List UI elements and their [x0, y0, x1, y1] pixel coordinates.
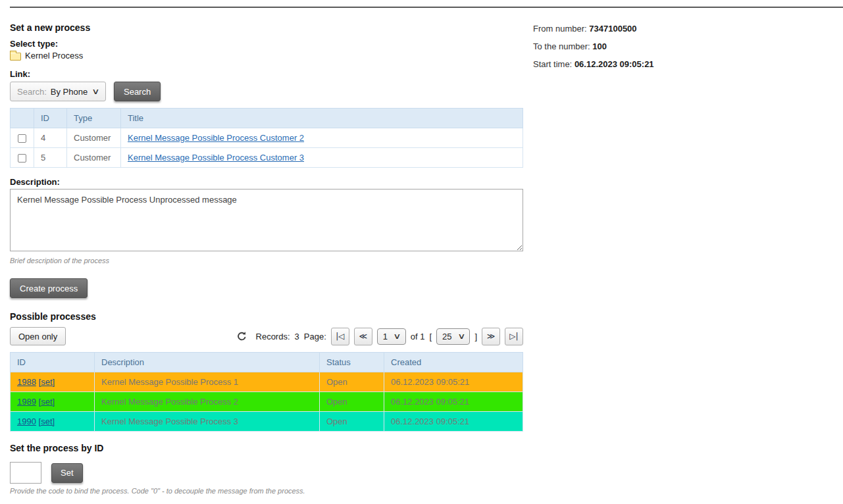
row-title-link[interactable]: Kernel Message Possible Process Customer…	[128, 133, 304, 143]
process-description: Kernel Message Possible Process 3	[95, 412, 320, 432]
records-label: Records:	[256, 332, 290, 341]
process-created: 06.12.2023 09:05:21	[384, 392, 523, 412]
link-table-row: 4CustomerKernel Message Possible Process…	[11, 128, 523, 148]
link-table-header-cell: ID	[34, 109, 67, 128]
selected-type-row[interactable]: Kernel Process	[10, 51, 523, 61]
possible-table-row: 1990 [set]Kernel Message Possible Proces…	[11, 412, 523, 432]
from-number-value: 7347100500	[589, 24, 636, 34]
start-time-value: 06.12.2023 09:05:21	[575, 59, 654, 69]
records-count: 3	[295, 332, 299, 341]
description-textarea[interactable]: Kernel Message Possible Process Unproces…	[10, 189, 523, 251]
chevron-down-icon: ∨	[393, 332, 401, 341]
description-hint: Brief description of the process	[10, 257, 523, 265]
possible-table-header-cell: ID	[11, 353, 95, 372]
from-number-row: From number: 7347100500	[533, 24, 654, 34]
page-number-value: 1	[383, 332, 388, 341]
search-button[interactable]: Search	[114, 82, 161, 101]
process-page: From number: 7347100500 To the number: 1…	[0, 0, 843, 504]
refresh-icon[interactable]	[236, 331, 247, 342]
open-only-button[interactable]: Open only	[10, 327, 66, 345]
chevron-down-icon: ∨	[91, 87, 99, 96]
start-time-label: Start time:	[533, 59, 572, 69]
process-set-link[interactable]: [set]	[39, 416, 55, 426]
process-set-link[interactable]: [set]	[39, 397, 55, 407]
possible-table-row: 1989 [set]Kernel Message Possible Proces…	[11, 392, 523, 412]
chevron-down-icon: ∨	[457, 332, 465, 341]
possible-table-header-cell: Status	[320, 353, 384, 372]
folder-icon	[10, 53, 21, 61]
set-by-id-hint: Provide the code to bind the process. Co…	[10, 487, 523, 495]
link-results-table: IDTypeTitle 4CustomerKernel Message Poss…	[10, 108, 523, 168]
to-number-row: To the number: 100	[533, 41, 654, 51]
page-size-select[interactable]: 25 ∨	[436, 328, 470, 345]
link-label: Link:	[10, 69, 523, 79]
create-process-button[interactable]: Create process	[10, 278, 88, 298]
prev-page-button[interactable]: ≪	[354, 328, 372, 345]
row-type: Customer	[67, 148, 121, 168]
page-number-select[interactable]: 1 ∨	[377, 328, 406, 345]
call-info-panel: From number: 7347100500 To the number: 1…	[533, 24, 654, 77]
row-checkbox[interactable]	[18, 134, 26, 143]
process-description: Kernel Message Possible Process 1	[95, 372, 320, 392]
possible-processes-title: Possible processes	[10, 311, 523, 322]
description-label: Description:	[10, 177, 523, 187]
process-set-link[interactable]: [set]	[39, 377, 55, 387]
search-type-select[interactable]: Search: By Phone ∨	[10, 82, 106, 101]
process-created: 06.12.2023 09:05:21	[384, 412, 523, 432]
selected-type-value: Kernel Process	[25, 51, 83, 61]
start-time-row: Start time: 06.12.2023 09:05:21	[533, 59, 654, 69]
possible-table-header-cell: Description	[95, 353, 320, 372]
to-number-label: To the number:	[533, 41, 590, 51]
link-table-header-cell: Title	[121, 109, 523, 128]
process-id-link[interactable]: 1988	[17, 377, 36, 387]
row-id: 5	[34, 148, 67, 168]
select-type-label: Select type:	[10, 39, 523, 49]
row-title-link[interactable]: Kernel Message Possible Process Customer…	[128, 153, 304, 163]
link-table-header-cell: Type	[67, 109, 121, 128]
next-page-button[interactable]: ≫	[482, 328, 500, 345]
process-status: Open	[320, 412, 384, 432]
page-size-value: 25	[442, 332, 451, 341]
possible-processes-table: IDDescriptionStatusCreated 1988 [set]Ker…	[10, 352, 523, 432]
of-pages-text: of 1	[411, 332, 425, 341]
process-description: Kernel Message Possible Process 2	[95, 392, 320, 412]
possible-table-row: 1988 [set]Kernel Message Possible Proces…	[11, 372, 523, 392]
pagination: Records: 3 Page: |◁ ≪ 1 ∨ of 1 [ 25 ∨ ] …	[236, 328, 523, 345]
first-page-button[interactable]: |◁	[331, 328, 349, 345]
search-type-prefix: Search:	[17, 87, 47, 97]
possible-table-header-row: IDDescriptionStatusCreated	[11, 353, 523, 372]
set-by-id-row: Set	[10, 462, 523, 484]
page-title: Set a new process	[10, 22, 523, 33]
row-id: 4	[34, 128, 67, 148]
set-by-id-title: Set the process by ID	[10, 443, 523, 453]
process-id-link[interactable]: 1989	[17, 397, 36, 407]
possible-processes-toolbar: Open only Records: 3 Page: |◁ ≪ 1 ∨ of 1	[10, 327, 523, 345]
set-button[interactable]: Set	[51, 463, 83, 483]
process-id-input[interactable]	[10, 462, 41, 484]
process-id-link[interactable]: 1990	[17, 416, 36, 426]
link-table-header-cell	[11, 109, 34, 128]
row-checkbox[interactable]	[18, 154, 26, 163]
page-label: Page:	[304, 332, 326, 341]
process-status: Open	[320, 392, 384, 412]
bracket-open: [	[429, 332, 432, 341]
link-table-header-row: IDTypeTitle	[11, 109, 523, 128]
process-created: 06.12.2023 09:05:21	[384, 372, 523, 392]
possible-table-header-cell: Created	[384, 353, 523, 372]
row-type: Customer	[67, 128, 121, 148]
last-page-button[interactable]: ▷|	[505, 328, 523, 345]
search-type-value: By Phone	[51, 87, 88, 97]
to-number-value: 100	[592, 41, 607, 51]
main-column: Set a new process Select type: Kernel Pr…	[10, 0, 523, 495]
from-number-label: From number:	[533, 24, 587, 34]
link-table-row: 5CustomerKernel Message Possible Process…	[11, 148, 523, 168]
link-search-row: Search: By Phone ∨ Search	[10, 82, 523, 101]
process-status: Open	[320, 372, 384, 392]
bracket-close: ]	[474, 332, 477, 341]
